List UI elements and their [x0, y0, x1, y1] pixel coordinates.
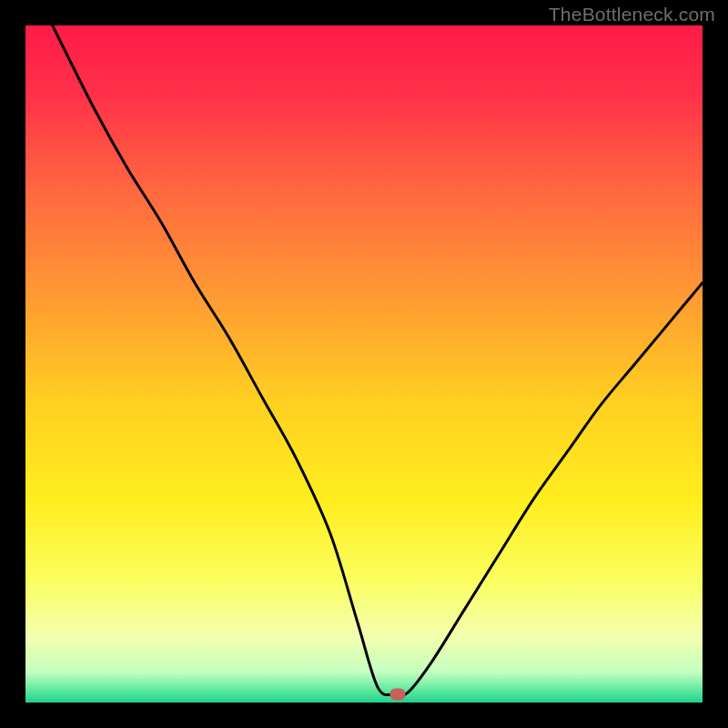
- gradient-background: [25, 25, 703, 703]
- chart-frame: TheBottleneck.com: [0, 0, 728, 728]
- optimum-marker: [390, 689, 406, 701]
- chart-svg: [25, 25, 703, 703]
- plot-area: [25, 25, 703, 703]
- watermark-label: TheBottleneck.com: [549, 4, 715, 25]
